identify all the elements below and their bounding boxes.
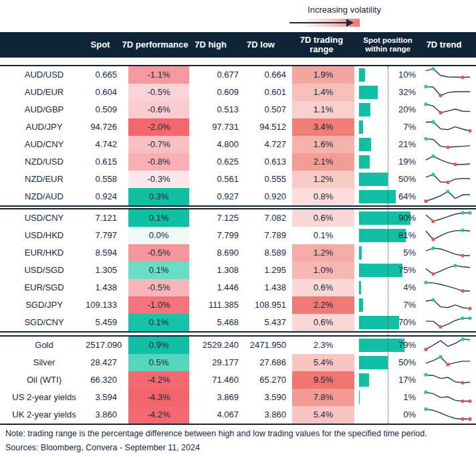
position-label: 5% <box>359 244 416 262</box>
range-cell: 0.6% <box>292 279 354 296</box>
volatility-arrow-icon <box>346 19 354 27</box>
low-value: 0.507 <box>239 101 286 118</box>
spot-value: 0.615 <box>86 153 117 171</box>
high-value: 3.869 <box>191 389 239 406</box>
high-value: 0.677 <box>191 66 239 84</box>
trend-sparkline <box>424 337 472 354</box>
high-value: 2529.240 <box>191 337 239 354</box>
position-label: 79% <box>359 337 416 354</box>
trend-sparkline <box>424 354 472 371</box>
spot-value: 0.924 <box>86 188 117 205</box>
position-cell: 19% <box>359 153 416 171</box>
position-label: 32% <box>359 84 416 101</box>
perf-cell: -0.7% <box>128 136 189 153</box>
position-label: 4% <box>359 279 416 296</box>
table-row: NZD/AUD0.9240.3%0.9270.9200.8%64% <box>0 188 476 205</box>
position-cell: 0% <box>359 406 416 424</box>
range-cell: 1.2% <box>292 171 354 188</box>
spot-value: 66.320 <box>86 371 117 389</box>
table-row: UK 2-year yields3.860-4.2%4.0673.8605.4%… <box>0 406 476 424</box>
trend-sparkline <box>424 209 472 227</box>
header-7d-low: 7D low <box>237 32 284 58</box>
pair-label: USD/SGD <box>0 262 88 279</box>
table-row: US 2-year yields3.594-4.3%3.8693.5907.8%… <box>0 389 476 406</box>
group-commodities-yields: Gold2517.0900.9%2529.2402471.9502.3%79%S… <box>0 335 476 425</box>
range-cell: 2.3% <box>292 337 354 354</box>
trend-sparkline <box>424 66 472 84</box>
spot-value: 28.427 <box>86 354 117 371</box>
perf-cell: 0.0% <box>128 227 189 244</box>
perf-cell: -0.5% <box>128 84 189 101</box>
spot-value: 0.665 <box>86 66 117 84</box>
perf-cell: -1.1% <box>128 66 189 84</box>
trend-sparkline <box>424 244 472 262</box>
low-value: 5.437 <box>239 314 286 331</box>
trend-sparkline <box>424 406 472 424</box>
pair-label: Gold <box>0 337 88 354</box>
position-label: 7% <box>359 118 416 136</box>
group-aud-nzd: AUD/USD0.665-1.1%0.6770.6641.9%10%AUD/EU… <box>0 65 476 207</box>
low-value: 0.613 <box>239 153 286 171</box>
high-value: 7.799 <box>191 227 239 244</box>
spot-value: 8.594 <box>86 244 117 262</box>
high-value: 0.625 <box>191 153 239 171</box>
position-cell: 7% <box>359 118 416 136</box>
perf-cell: 0.9% <box>128 337 189 354</box>
table-row: EUR/SGD1.438-0.5%1.4461.4380.6%4% <box>0 279 476 296</box>
spot-value: 7.121 <box>86 209 117 227</box>
high-value: 4.800 <box>191 136 239 153</box>
position-label: 90% <box>359 209 416 227</box>
pair-label: NZD/AUD <box>0 188 88 205</box>
pair-label: Silver <box>0 354 88 371</box>
trend-sparkline <box>424 84 472 101</box>
trend-sparkline <box>424 188 472 205</box>
table-row: AUD/GBP0.509-0.6%0.5130.5071.1%20% <box>0 101 476 118</box>
table-row: EUR/HKD8.594-0.5%8.6908.5891.2%5% <box>0 244 476 262</box>
spot-value: 2517.090 <box>86 337 117 354</box>
position-label: 20% <box>359 101 416 118</box>
position-cell: 70% <box>359 314 416 331</box>
low-value: 0.920 <box>239 188 286 205</box>
perf-cell: -4.2% <box>128 371 189 389</box>
high-value: 0.927 <box>191 188 239 205</box>
high-value: 0.561 <box>191 171 239 188</box>
range-cell: 7.8% <box>292 389 354 406</box>
low-value: 7.082 <box>239 209 286 227</box>
range-cell: 1.1% <box>292 101 354 118</box>
spot-value: 3.594 <box>86 389 117 406</box>
perf-cell: 0.5% <box>128 354 189 371</box>
pair-label: USD/CNY <box>0 209 88 227</box>
range-cell: 1.4% <box>292 84 354 101</box>
position-cell: 10% <box>359 66 416 84</box>
trend-sparkline <box>424 371 472 389</box>
perf-cell: -4.3% <box>128 389 189 406</box>
spot-value: 5.459 <box>86 314 117 331</box>
high-value: 1.446 <box>191 279 239 296</box>
range-cell: 5.4% <box>292 354 354 371</box>
pair-label: AUD/GBP <box>0 101 88 118</box>
pair-label: AUD/JPY <box>0 118 88 136</box>
high-value: 7.125 <box>191 209 239 227</box>
low-value: 1.295 <box>239 262 286 279</box>
trend-sparkline <box>424 101 472 118</box>
perf-cell: -0.5% <box>128 279 189 296</box>
position-label: 70% <box>359 314 416 331</box>
low-value: 0.601 <box>239 84 286 101</box>
range-cell: 0.1% <box>292 227 354 244</box>
table-row: Silver28.4270.5%29.17727.6865.4%50% <box>0 354 476 371</box>
position-cell: 50% <box>359 354 416 371</box>
header-7d-trend: 7D trend <box>418 32 470 58</box>
position-cell: 32% <box>359 84 416 101</box>
table-row: AUD/EUR0.604-0.5%0.6090.6011.4%32% <box>0 84 476 101</box>
pair-label: EUR/SGD <box>0 279 88 296</box>
perf-cell: 0.3% <box>128 188 189 205</box>
table-header: Spot 7D performance 7D high 7D low 7D tr… <box>0 32 476 58</box>
range-cell: 1.9% <box>292 66 354 84</box>
perf-cell: 0.1% <box>128 262 189 279</box>
low-value: 108.951 <box>239 296 286 314</box>
position-cell: 21% <box>359 136 416 153</box>
pair-label: NZD/EUR <box>0 171 88 188</box>
position-cell: 79% <box>359 337 416 354</box>
high-value: 1.308 <box>191 262 239 279</box>
position-cell: 20% <box>359 101 416 118</box>
